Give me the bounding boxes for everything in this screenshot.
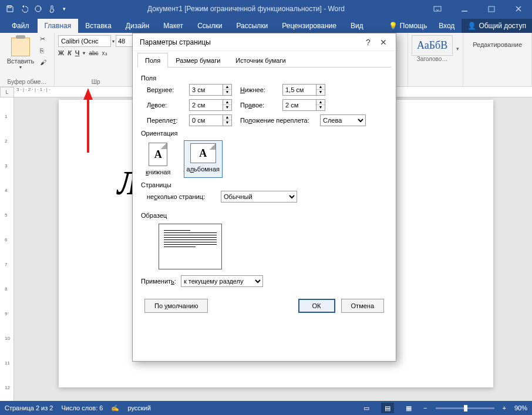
redo-icon[interactable] [32,2,45,15]
orientation-landscape[interactable]: A альбомная [184,140,223,178]
strike-button[interactable]: abc [89,50,98,56]
font-size-input[interactable] [116,35,133,47]
ok-button[interactable]: ОК [298,299,335,313]
section-orientation: Ориентация [141,130,388,137]
ruler-corner[interactable]: L [0,87,14,97]
spin-down-icon[interactable]: ▼ [223,90,231,95]
read-mode-icon[interactable]: ▭ [360,403,373,413]
cut-icon[interactable]: ✂ [40,35,50,46]
dialog-tabs: Поля Размер бумаги Источник бумаги [137,52,391,68]
zoom-in-icon[interactable]: + [503,404,506,411]
dialog-tab-paper[interactable]: Размер бумаги [168,53,228,68]
italic-button[interactable]: К [68,49,72,56]
save-icon[interactable] [4,2,16,15]
tab-design[interactable]: Дизайн [119,19,156,33]
window-controls [424,0,532,18]
clipboard-group-label: Буфер обме… [4,79,50,86]
bottom-margin-label: Нижнее: [240,86,279,93]
titlebar: ▾ Документ1 [Режим ограниченной функцион… [0,0,532,18]
font-name-input[interactable] [58,35,111,47]
svg-rect-4 [489,6,494,12]
undo-icon[interactable] [18,2,31,15]
status-bar: Страница 2 из 2 Число слов: 6 ✍ русский … [0,401,532,415]
clipboard-icon [11,38,30,56]
tab-view[interactable]: Вид [344,19,371,33]
section-margins: Поля [141,75,388,82]
minimize-icon[interactable] [451,0,478,18]
gutter-pos-select[interactable]: Слева [320,114,366,126]
vertical-ruler[interactable]: 1 2 3 4 5 6 7 8 9 10 11 12 [0,97,14,401]
preview-box [159,224,222,269]
copy-icon[interactable]: ⎘ [40,47,50,58]
quick-access-toolbar: ▾ [0,2,68,15]
touch-mode-icon[interactable] [46,2,59,15]
dialog-close-icon[interactable]: ✕ [376,35,391,50]
maximize-icon[interactable] [478,0,505,18]
svg-rect-0 [8,6,11,8]
bottom-margin-input[interactable] [282,84,316,96]
gutter-input[interactable] [189,114,223,126]
section-pages: Страницы [141,181,388,188]
zoom-out-icon[interactable]: − [423,404,427,411]
spin-up-icon[interactable]: ▲ [223,85,231,90]
status-words[interactable]: Число слов: 6 [61,404,103,411]
gutter-pos-label: Положение переплета: [240,117,316,124]
tab-insert[interactable]: Вставка [78,19,119,33]
multipage-select[interactable]: Обычный [221,191,297,203]
ribbon-options-icon[interactable] [424,0,451,18]
window-title: Документ1 [Режим ограниченной функционал… [68,5,424,13]
status-page[interactable]: Страница 2 из 2 [5,404,53,411]
tab-file[interactable]: Файл [4,19,38,33]
dialog-title: Параметры страницы [140,38,361,46]
top-margin-input[interactable] [189,84,223,96]
zoom-slider[interactable] [436,407,494,409]
page-setup-dialog: Параметры страницы ? ✕ Поля Размер бумаг… [132,33,396,362]
dialog-help-icon[interactable]: ? [361,35,376,50]
tab-mailings[interactable]: Рассылки [229,19,275,33]
qat-customize-icon[interactable]: ▾ [60,2,68,15]
cancel-button[interactable]: Отмена [341,299,384,313]
gutter-label: Переплет: [147,117,186,124]
close-icon[interactable] [505,0,532,18]
tab-references[interactable]: Ссылки [190,19,229,33]
zoom-level[interactable]: 90% [514,404,527,411]
apply-to-select[interactable]: к текущему разделу [181,275,263,287]
subscript-button[interactable]: x₂ [102,50,107,56]
ribbon-tabs: Файл Главная Вставка Дизайн Макет Ссылки… [0,18,532,33]
right-margin-input[interactable] [282,99,316,111]
paste-button[interactable]: Вставить ▾ [4,35,38,70]
style-label: Заголово… [417,56,448,62]
underline-button[interactable]: Ч [75,49,80,56]
bold-button[interactable]: Ж [58,49,64,56]
signin-button[interactable]: Вход [432,19,462,33]
default-button[interactable]: По умолчанию [144,299,208,313]
orientation-portrait[interactable]: A книжная [143,140,173,178]
web-layout-icon[interactable]: ▦ [402,403,415,413]
right-margin-label: Правое: [240,102,279,109]
dialog-tab-margins[interactable]: Поля [137,53,168,68]
font-group-label: Шр [58,79,133,86]
proofing-icon[interactable]: ✍ [111,404,119,412]
top-margin-label: Верхнее: [147,86,186,93]
tab-home[interactable]: Главная [38,19,79,33]
share-icon: 👤 [467,22,476,30]
section-preview: Образец [141,212,388,219]
dialog-tab-source[interactable]: Источник бумаги [228,53,293,68]
apply-to-label: Применить: [141,278,176,285]
left-margin-input[interactable] [189,99,223,111]
tell-me[interactable]: 💡Помощь [384,19,432,33]
bulb-icon: 💡 [389,22,398,30]
print-layout-icon[interactable]: ▤ [381,403,394,413]
status-language[interactable]: русский [127,404,150,411]
share-button[interactable]: 👤Общий доступ [462,19,532,33]
tab-layout[interactable]: Макет [156,19,190,33]
left-margin-label: Левое: [147,102,186,109]
multipage-label: несколько страниц: [147,193,217,200]
tab-review[interactable]: Рецензирование [275,19,344,33]
format-painter-icon[interactable]: 🖌 [40,59,50,69]
style-preview[interactable]: АаБбВ [412,35,453,56]
editing-group[interactable]: Редактирование [467,35,528,54]
